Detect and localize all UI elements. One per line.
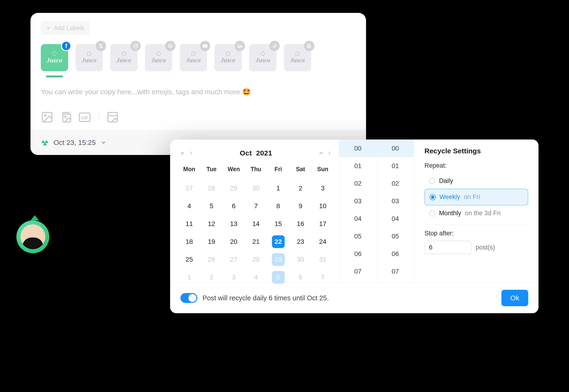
recycle-toggle[interactable] xyxy=(180,293,197,303)
ok-button[interactable]: Ok xyxy=(501,290,528,306)
calendar-day[interactable]: 16 xyxy=(289,217,312,231)
radio-icon xyxy=(429,210,435,216)
calendar-day[interactable]: 3 xyxy=(312,182,334,195)
schedule-label[interactable]: Oct 23, 15:25 xyxy=(54,139,96,147)
chevron-double-left-icon[interactable] xyxy=(180,151,185,156)
separator xyxy=(99,112,99,123)
calendar-day[interactable]: 8 xyxy=(267,199,289,213)
tiktok-icon xyxy=(269,41,280,51)
minutes-option[interactable]: 01 xyxy=(377,157,414,175)
poster-icon[interactable] xyxy=(106,111,119,124)
minutes-option[interactable]: 06 xyxy=(377,245,414,263)
chevron-double-right-icon[interactable] xyxy=(318,151,323,156)
chevron-right-icon[interactable] xyxy=(327,151,332,156)
calendar-day[interactable]: 30 xyxy=(245,182,267,195)
account-instagram[interactable]: Jusco xyxy=(110,44,137,71)
calendar-day[interactable]: 7 xyxy=(312,271,334,284)
calendar-day[interactable]: 3 xyxy=(223,271,245,284)
calendar-day[interactable]: 14 xyxy=(245,217,267,231)
dow-header: Wen xyxy=(223,163,245,177)
calendar-day[interactable]: 29 xyxy=(223,182,245,195)
calendar-grid: MonTueWenThuFriSatSun2728293012345678910… xyxy=(178,163,334,284)
account-google[interactable]: Jusco xyxy=(145,44,172,71)
calendar-day[interactable]: 28 xyxy=(245,253,267,266)
dow-header: Thu xyxy=(245,163,267,177)
calendar-day[interactable]: 2 xyxy=(200,271,223,284)
hours-option[interactable]: 06 xyxy=(339,245,377,263)
calendar-day[interactable]: 22 xyxy=(267,235,289,249)
calendar-month[interactable]: Oct xyxy=(240,149,252,157)
calendar-day[interactable]: 27 xyxy=(178,182,200,195)
minutes-option[interactable]: 07 xyxy=(377,263,414,280)
chevron-left-icon[interactable] xyxy=(189,151,194,156)
calendar-day[interactable]: 13 xyxy=(223,217,245,231)
composer-textarea[interactable]: You can write your copy here...with emoj… xyxy=(30,77,366,96)
chevron-down-icon[interactable] xyxy=(101,140,106,146)
calendar-day[interactable]: 12 xyxy=(200,217,223,231)
calendar-day[interactable]: 24 xyxy=(312,235,334,249)
hours-option[interactable]: 05 xyxy=(339,227,377,245)
stop-after-input[interactable] xyxy=(424,241,471,254)
account-linkedin[interactable]: Jusco xyxy=(215,44,242,71)
calendar-day[interactable]: 15 xyxy=(267,217,289,231)
calendar-day[interactable]: 10 xyxy=(312,199,334,213)
calendar-day[interactable]: 4 xyxy=(245,271,267,284)
hours-option[interactable]: 04 xyxy=(339,210,377,227)
account-x[interactable]: Jusco xyxy=(75,44,103,71)
calendar-day[interactable]: 7 xyxy=(245,199,267,213)
calendar-day[interactable]: 2 xyxy=(289,182,312,195)
minutes-option[interactable]: 03 xyxy=(377,192,414,210)
facebook-icon: f xyxy=(61,41,71,51)
repeat-weekly[interactable]: Weekly on Fri xyxy=(424,189,528,205)
calendar-day[interactable]: 21 xyxy=(245,235,267,249)
footer-summary: Post will recycle daily 6 times until Oc… xyxy=(203,294,329,302)
minutes-option[interactable]: 04 xyxy=(377,210,414,227)
calendar-day[interactable]: 5 xyxy=(267,271,289,284)
calendar-day[interactable]: 19 xyxy=(200,235,223,249)
image-icon[interactable] xyxy=(41,111,54,124)
calendar-day[interactable]: 6 xyxy=(289,271,312,284)
account-pinterest[interactable]: Jusco xyxy=(284,44,311,71)
calendar-day[interactable]: 29 xyxy=(267,253,289,266)
dow-header: Tue xyxy=(200,163,223,177)
account-tiktok[interactable]: Jusco xyxy=(249,44,277,71)
minutes-option[interactable]: 00 xyxy=(377,140,414,157)
hours-option[interactable]: 02 xyxy=(339,175,377,192)
calendar-day[interactable]: 18 xyxy=(178,235,200,249)
avatar[interactable] xyxy=(16,220,49,253)
repeat-daily[interactable]: Daily xyxy=(424,173,528,189)
composer-card: Add Labels JuscofJuscoJuscoJuscoJuscoJus… xyxy=(30,13,366,155)
add-labels-button[interactable]: Add Labels xyxy=(41,21,89,35)
calendar-day[interactable]: 11 xyxy=(178,217,200,231)
calendar-day[interactable]: 1 xyxy=(178,271,200,284)
hours-option[interactable]: 03 xyxy=(339,192,377,210)
repeat-monthly[interactable]: Monthly on the 3d Fri xyxy=(424,205,528,221)
instagram-icon xyxy=(131,41,141,51)
hours-option[interactable]: 00 xyxy=(339,140,377,157)
calendar-day[interactable]: 30 xyxy=(289,253,312,266)
minutes-column[interactable]: 0001020304050607 xyxy=(377,140,414,282)
account-youtube[interactable]: Jusco xyxy=(180,44,207,71)
calendar-day[interactable]: 27 xyxy=(223,253,245,266)
gallery-icon[interactable] xyxy=(59,111,72,124)
calendar-day[interactable]: 23 xyxy=(289,235,312,249)
hours-column[interactable]: 0001020304050607 xyxy=(339,140,377,282)
calendar-day[interactable]: 20 xyxy=(223,235,245,249)
calendar-day[interactable]: 31 xyxy=(312,253,334,266)
hours-option[interactable]: 07 xyxy=(339,263,377,280)
calendar-day[interactable]: 17 xyxy=(312,217,334,231)
calendar-day[interactable]: 1 xyxy=(267,182,289,195)
minutes-option[interactable]: 02 xyxy=(377,175,414,192)
calendar-year[interactable]: 2021 xyxy=(256,149,272,157)
calendar-day[interactable]: 4 xyxy=(178,199,200,213)
account-facebook[interactable]: Juscof xyxy=(41,44,68,71)
calendar-day[interactable]: 28 xyxy=(200,182,223,195)
calendar-day[interactable]: 6 xyxy=(223,199,245,213)
minutes-option[interactable]: 05 xyxy=(377,227,414,245)
calendar-day[interactable]: 9 xyxy=(289,199,312,213)
calendar-day[interactable]: 5 xyxy=(200,199,223,213)
calendar-day[interactable]: 26 xyxy=(200,253,223,266)
calendar-day[interactable]: 25 xyxy=(178,253,200,266)
hours-option[interactable]: 01 xyxy=(339,157,377,175)
gif-icon[interactable]: GIF xyxy=(78,111,91,124)
